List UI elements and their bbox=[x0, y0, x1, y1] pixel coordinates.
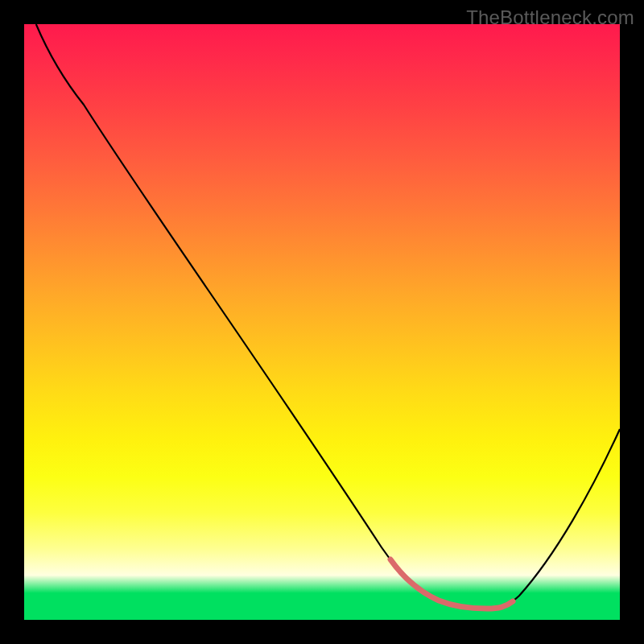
highlight-curve-segment bbox=[390, 559, 513, 609]
chart-lines-svg bbox=[24, 24, 620, 620]
main-curve-line bbox=[36, 24, 620, 609]
chart-plot-area bbox=[24, 24, 620, 620]
chart-bottom-green-bar bbox=[24, 617, 620, 620]
watermark-text: TheBottleneck.com bbox=[466, 6, 634, 29]
